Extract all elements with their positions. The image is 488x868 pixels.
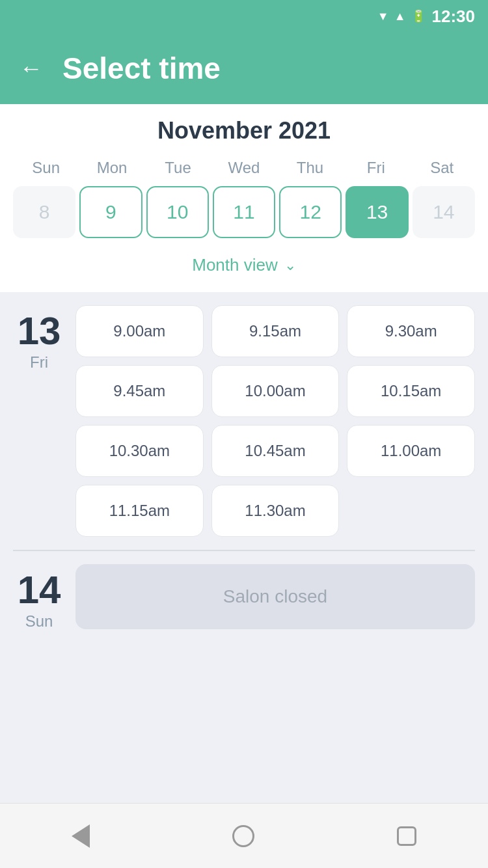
day-name: Fri: [30, 353, 48, 372]
status-bar: ▼ ▲ 🔋 12:30: [0, 0, 488, 33]
weekday-cell: Thu: [277, 155, 343, 181]
time-slot[interactable]: 11.00am: [347, 425, 475, 477]
day-cell[interactable]: 13: [346, 186, 408, 238]
time-section: 13Fri9.00am9.15am9.30am9.45am10.00am10.1…: [0, 292, 488, 803]
app-header: ← Select time: [0, 33, 488, 104]
weekday-cell: Wed: [211, 155, 277, 181]
calendar-section: November 2021 SunMonTueWedThuFriSat 8910…: [0, 104, 488, 292]
day-cell[interactable]: 9: [79, 186, 142, 238]
nav-recents-icon[interactable]: [397, 826, 416, 846]
status-icons: ▼ ▲ 🔋: [377, 9, 426, 23]
chevron-down-icon: ⌄: [284, 257, 296, 274]
nav-back-icon[interactable]: [72, 824, 90, 848]
time-slot[interactable]: 9.30am: [347, 305, 475, 357]
nav-home-icon[interactable]: [232, 825, 254, 847]
bottom-nav: [0, 803, 488, 868]
day-cell[interactable]: 14: [413, 186, 475, 238]
day-number: 13: [18, 312, 61, 351]
day-cell[interactable]: 8: [13, 186, 75, 238]
month-view-label: Month view: [192, 255, 278, 275]
page-title: Select time: [62, 51, 221, 86]
weekday-row: SunMonTueWedThuFriSat: [13, 155, 475, 181]
section-divider: [13, 550, 475, 551]
day-name: Sun: [25, 612, 53, 631]
back-button[interactable]: ←: [20, 57, 43, 80]
days-row: 891011121314: [13, 186, 475, 238]
signal-icon: ▲: [394, 10, 406, 23]
time-slot[interactable]: 10.30am: [75, 425, 204, 477]
month-label: November 2021: [13, 117, 475, 144]
time-slot[interactable]: 9.00am: [75, 305, 204, 357]
weekday-cell: Sat: [409, 155, 475, 181]
time-slot[interactable]: 9.45am: [75, 365, 204, 417]
weekday-cell: Sun: [13, 155, 79, 181]
wifi-icon: ▼: [377, 10, 389, 23]
weekday-cell: Tue: [145, 155, 211, 181]
day-cell[interactable]: 10: [146, 186, 209, 238]
time-slot[interactable]: 11.15am: [75, 485, 204, 537]
day-cell[interactable]: 12: [279, 186, 342, 238]
salon-closed-block: 14SunSalon closed: [13, 564, 475, 631]
weekday-cell: Fri: [343, 155, 409, 181]
time-slot[interactable]: 9.15am: [211, 305, 340, 357]
time-slot[interactable]: 10.00am: [211, 365, 340, 417]
time-slot[interactable]: 10.15am: [347, 365, 475, 417]
battery-icon: 🔋: [411, 9, 426, 23]
weekday-cell: Mon: [79, 155, 144, 181]
time-slot[interactable]: 11.30am: [211, 485, 340, 537]
day-block: 13Fri9.00am9.15am9.30am9.45am10.00am10.1…: [13, 305, 475, 537]
time-slot[interactable]: 10.45am: [211, 425, 340, 477]
day-number: 14: [18, 571, 61, 610]
slots-grid: 9.00am9.15am9.30am9.45am10.00am10.15am10…: [75, 305, 475, 537]
salon-closed-label: Salon closed: [75, 564, 475, 629]
month-view-toggle[interactable]: Month view ⌄: [13, 247, 475, 286]
status-time: 12:30: [432, 7, 476, 27]
day-cell[interactable]: 11: [213, 186, 275, 238]
